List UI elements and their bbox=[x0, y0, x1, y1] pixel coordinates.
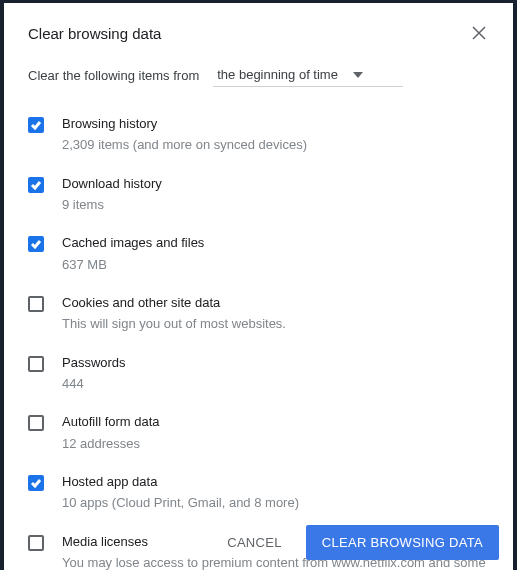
items-list: Browsing history2,309 items (and more on… bbox=[4, 105, 513, 570]
item-label: Passwords bbox=[62, 354, 489, 372]
item-text: Hosted app data10 apps (Cloud Print, Gma… bbox=[62, 473, 489, 513]
check-icon bbox=[30, 119, 42, 131]
subheader: Clear the following items from the begin… bbox=[4, 55, 513, 105]
item-label: Browsing history bbox=[62, 115, 489, 133]
item-text: Passwords444 bbox=[62, 354, 489, 394]
checkbox[interactable] bbox=[28, 475, 44, 491]
item-row: Cached images and files637 MB bbox=[28, 224, 489, 284]
check-icon bbox=[30, 179, 42, 191]
time-range-dropdown[interactable]: the beginning of time bbox=[213, 63, 403, 87]
checkbox[interactable] bbox=[28, 356, 44, 372]
item-row: Autofill form data12 addresses bbox=[28, 403, 489, 463]
item-sub: This will sign you out of most websites. bbox=[62, 314, 489, 334]
item-row: Hosted app data10 apps (Cloud Print, Gma… bbox=[28, 463, 489, 523]
cancel-button[interactable]: CANCEL bbox=[211, 525, 298, 560]
item-row: Passwords444 bbox=[28, 344, 489, 404]
item-label: Hosted app data bbox=[62, 473, 489, 491]
dialog-header: Clear browsing data bbox=[4, 3, 513, 55]
subheader-text: Clear the following items from bbox=[28, 68, 199, 83]
item-sub: 9 items bbox=[62, 195, 489, 215]
chevron-down-icon bbox=[353, 72, 363, 78]
item-text: Cached images and files637 MB bbox=[62, 234, 489, 274]
item-row: Download history9 items bbox=[28, 165, 489, 225]
item-text: Download history9 items bbox=[62, 175, 489, 215]
item-text: Autofill form data12 addresses bbox=[62, 413, 489, 453]
item-label: Cached images and files bbox=[62, 234, 489, 252]
dropdown-value: the beginning of time bbox=[217, 67, 338, 82]
item-label: Cookies and other site data bbox=[62, 294, 489, 312]
item-label: Download history bbox=[62, 175, 489, 193]
close-button[interactable] bbox=[469, 23, 489, 43]
dialog-footer: CANCEL CLEAR BROWSING DATA bbox=[4, 515, 513, 570]
dialog-title: Clear browsing data bbox=[28, 25, 161, 42]
item-row: Cookies and other site dataThis will sig… bbox=[28, 284, 489, 344]
item-sub: 10 apps (Cloud Print, Gmail, and 8 more) bbox=[62, 493, 489, 513]
item-row: Browsing history2,309 items (and more on… bbox=[28, 105, 489, 165]
checkbox[interactable] bbox=[28, 236, 44, 252]
item-text: Browsing history2,309 items (and more on… bbox=[62, 115, 489, 155]
item-sub: 637 MB bbox=[62, 255, 489, 275]
item-text: Cookies and other site dataThis will sig… bbox=[62, 294, 489, 334]
item-sub: 12 addresses bbox=[62, 434, 489, 454]
check-icon bbox=[30, 477, 42, 489]
item-label: Autofill form data bbox=[62, 413, 489, 431]
checkbox[interactable] bbox=[28, 117, 44, 133]
close-icon bbox=[472, 26, 486, 40]
checkbox[interactable] bbox=[28, 415, 44, 431]
item-sub: 444 bbox=[62, 374, 489, 394]
item-sub: 2,309 items (and more on synced devices) bbox=[62, 135, 489, 155]
check-icon bbox=[30, 238, 42, 250]
checkbox[interactable] bbox=[28, 177, 44, 193]
checkbox[interactable] bbox=[28, 296, 44, 312]
clear-browsing-data-dialog: Clear browsing data Clear the following … bbox=[4, 3, 513, 570]
clear-data-button[interactable]: CLEAR BROWSING DATA bbox=[306, 525, 499, 560]
